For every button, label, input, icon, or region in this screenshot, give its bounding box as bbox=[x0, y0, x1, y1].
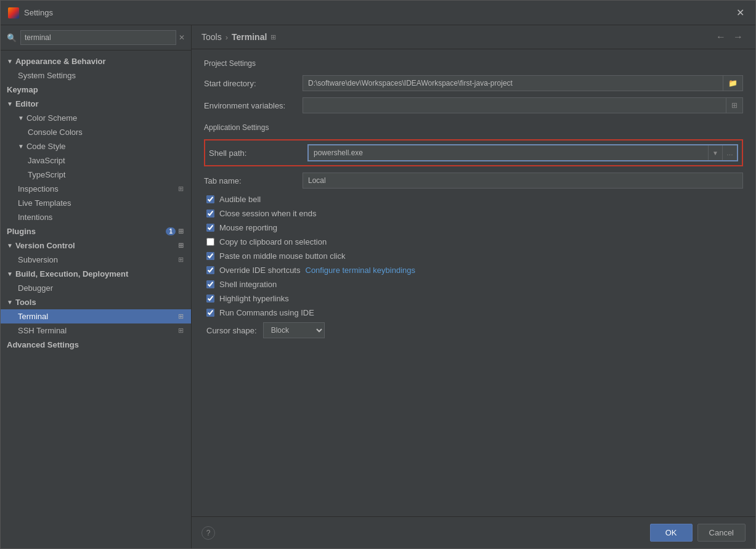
nav-forward-button[interactable]: → bbox=[731, 30, 746, 44]
sidebar-item-plugins[interactable]: Plugins 1 ⊞ bbox=[1, 224, 191, 238]
nav-arrows: ← → bbox=[713, 30, 746, 44]
sidebar-item-color-scheme[interactable]: ▼ Color Scheme bbox=[1, 111, 191, 125]
sidebar-item-label: Editor bbox=[15, 99, 39, 108]
highlight-hyperlinks-label: Highlight hyperlinks bbox=[219, 294, 289, 303]
copy-clipboard-checkbox[interactable] bbox=[206, 238, 214, 246]
shell-path-highlighted-row: Shell path: ▼ … bbox=[204, 139, 743, 166]
sidebar-item-label: Color Scheme bbox=[26, 113, 77, 123]
sidebar-item-label: Appearance & Behavior bbox=[15, 57, 106, 66]
override-ide-checkbox[interactable] bbox=[206, 266, 214, 274]
sidebar-item-advanced-settings[interactable]: Advanced Settings bbox=[1, 338, 191, 352]
paste-middle-row: Paste on middle mouse button click bbox=[204, 251, 743, 261]
app-icon bbox=[8, 7, 19, 18]
sidebar-item-keymap[interactable]: Keymap bbox=[1, 83, 191, 97]
sidebar-item-inspections[interactable]: Inspections ⊞ bbox=[1, 182, 191, 196]
sidebar-item-label: Console Colors bbox=[28, 128, 83, 137]
audible-bell-checkbox[interactable] bbox=[206, 195, 214, 203]
mouse-reporting-checkbox[interactable] bbox=[206, 224, 214, 232]
close-session-row: Close session when it ends bbox=[204, 209, 743, 218]
settings-icon: ⊞ bbox=[178, 312, 184, 320]
sidebar-item-terminal[interactable]: Terminal ⊞ bbox=[1, 309, 191, 323]
arrow-icon: ▼ bbox=[18, 115, 24, 121]
env-variables-input[interactable] bbox=[303, 97, 726, 113]
bottom-bar: ? OK Cancel bbox=[192, 516, 755, 548]
env-variables-edit-button[interactable]: ⊞ bbox=[726, 97, 743, 113]
paste-middle-checkbox[interactable] bbox=[206, 252, 214, 260]
sidebar-item-label: Intentions bbox=[18, 213, 52, 222]
shell-path-browse-button[interactable]: … bbox=[722, 145, 737, 160]
sidebar-item-debugger[interactable]: Debugger bbox=[1, 281, 191, 295]
sidebar-item-label: SSH Terminal bbox=[18, 326, 67, 335]
breadcrumb-settings-icon: ⊞ bbox=[270, 33, 276, 41]
breadcrumb-separator: › bbox=[226, 33, 228, 42]
sidebar-item-typescript[interactable]: TypeScript bbox=[1, 168, 191, 182]
env-variables-label: Environment variables: bbox=[204, 101, 303, 110]
sidebar-item-appearance-behavior[interactable]: ▼ Appearance & Behavior bbox=[1, 54, 191, 68]
start-directory-browse-button[interactable]: 📁 bbox=[723, 75, 743, 91]
shell-integration-row: Shell integration bbox=[204, 280, 743, 289]
run-commands-checkbox[interactable] bbox=[206, 309, 214, 317]
close-button[interactable]: ✕ bbox=[733, 6, 748, 20]
shell-path-input[interactable] bbox=[309, 145, 708, 160]
search-clear-button[interactable]: ✕ bbox=[179, 33, 185, 42]
arrow-icon: ▼ bbox=[18, 143, 24, 150]
copy-clipboard-label: Copy to clipboard on selection bbox=[219, 237, 327, 246]
run-commands-label: Run Commands using IDE bbox=[219, 308, 314, 317]
highlight-hyperlinks-row: Highlight hyperlinks bbox=[204, 294, 743, 303]
main-content: Tools › Terminal ⊞ ← → Project Settings … bbox=[192, 25, 755, 548]
copy-clipboard-row: Copy to clipboard on selection bbox=[204, 237, 743, 246]
title-bar: Settings ✕ bbox=[1, 1, 755, 25]
sidebar-item-javascript[interactable]: JavaScript bbox=[1, 153, 191, 168]
search-icon: 🔍 bbox=[7, 33, 17, 43]
sidebar-item-label: Build, Execution, Deployment bbox=[15, 269, 128, 279]
sidebar-item-label: Inspections bbox=[18, 184, 59, 193]
sidebar-item-system-settings[interactable]: System Settings bbox=[1, 68, 191, 83]
tab-name-input[interactable] bbox=[303, 173, 743, 189]
sidebar-item-label: Tools bbox=[15, 298, 36, 307]
mouse-reporting-row: Mouse reporting bbox=[204, 223, 743, 232]
sidebar-item-editor[interactable]: ▼ Editor bbox=[1, 97, 191, 111]
nav-back-button[interactable]: ← bbox=[713, 30, 728, 44]
cursor-shape-select[interactable]: Block Underline Vertical bbox=[263, 322, 325, 338]
audible-bell-label: Audible bell bbox=[219, 195, 261, 204]
shell-path-dropdown-button[interactable]: ▼ bbox=[708, 145, 722, 160]
sidebar-item-label: Code Style bbox=[26, 142, 66, 151]
sidebar-item-live-templates[interactable]: Live Templates bbox=[1, 196, 191, 210]
search-input[interactable] bbox=[20, 30, 176, 45]
help-button[interactable]: ? bbox=[201, 526, 215, 540]
sidebar-item-ssh-terminal[interactable]: SSH Terminal ⊞ bbox=[1, 323, 191, 338]
sidebar-item-intentions[interactable]: Intentions bbox=[1, 210, 191, 224]
shell-integration-checkbox[interactable] bbox=[206, 280, 214, 288]
tab-name-row: Tab name: bbox=[204, 173, 743, 189]
shell-path-wrapper: ▼ … bbox=[307, 144, 738, 161]
audible-bell-row: Audible bell bbox=[204, 195, 743, 204]
sidebar-item-build-execution[interactable]: ▼ Build, Execution, Deployment bbox=[1, 267, 191, 281]
cancel-button[interactable]: Cancel bbox=[697, 524, 746, 542]
shell-integration-label: Shell integration bbox=[219, 280, 277, 289]
sidebar-item-label: Advanced Settings bbox=[7, 340, 79, 349]
breadcrumb-current: Terminal bbox=[232, 32, 267, 42]
ok-button[interactable]: OK bbox=[650, 524, 693, 542]
sidebar-item-version-control[interactable]: ▼ Version Control ⊞ bbox=[1, 238, 191, 253]
sidebar-item-label: Version Control bbox=[15, 241, 75, 250]
sidebar-item-tools[interactable]: ▼ Tools bbox=[1, 295, 191, 309]
start-directory-input[interactable] bbox=[303, 75, 723, 91]
arrow-icon: ▼ bbox=[7, 242, 13, 249]
configure-keybindings-link[interactable]: Configure terminal keybindings bbox=[306, 266, 415, 275]
sidebar-item-subversion[interactable]: Subversion ⊞ bbox=[1, 253, 191, 267]
sidebar-item-label: JavaScript bbox=[28, 156, 65, 165]
close-session-checkbox[interactable] bbox=[206, 209, 214, 218]
close-session-label: Close session when it ends bbox=[219, 209, 317, 218]
sidebar-item-label: Debugger bbox=[18, 283, 53, 293]
override-ide-label: Override IDE shortcuts bbox=[219, 266, 301, 275]
cursor-shape-label: Cursor shape: bbox=[206, 326, 257, 335]
project-settings-header: Project Settings bbox=[204, 59, 743, 68]
highlight-hyperlinks-checkbox[interactable] bbox=[206, 295, 214, 303]
sidebar-item-console-colors[interactable]: Console Colors bbox=[1, 125, 191, 139]
sidebar-item-code-style[interactable]: ▼ Code Style bbox=[1, 139, 191, 153]
sidebar-item-label: Keymap bbox=[7, 85, 38, 94]
mouse-reporting-label: Mouse reporting bbox=[219, 223, 277, 232]
breadcrumb-parent: Tools bbox=[201, 32, 222, 42]
shell-path-label: Shell path: bbox=[209, 148, 307, 158]
nav-tree: ▼ Appearance & Behavior System Settings … bbox=[1, 51, 191, 548]
